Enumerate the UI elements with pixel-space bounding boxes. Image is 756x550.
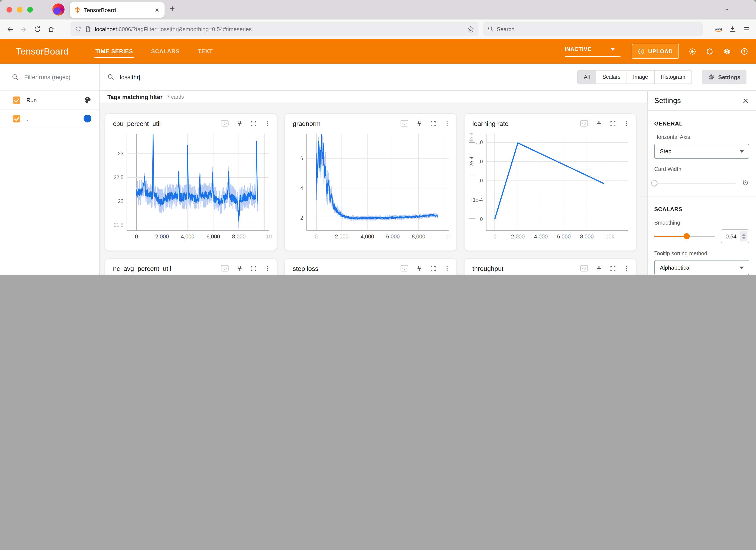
- search-icon: [107, 74, 114, 81]
- tab-text[interactable]: TEXT: [197, 45, 214, 58]
- tab-close-icon[interactable]: ✕: [154, 6, 160, 14]
- chevron-down-icon: [740, 267, 744, 269]
- window-controls[interactable]: [6, 7, 33, 13]
- page-info-icon[interactable]: [85, 26, 91, 32]
- card-grid: 02,0004,0006,0008,00010k21.52222.523 cpu…: [100, 103, 647, 275]
- run-status-label: INACTIVE: [565, 46, 591, 52]
- smoothing-value-input[interactable]: 0.54: [721, 229, 749, 243]
- filter-all-button[interactable]: All: [578, 71, 596, 84]
- app-body: Filter runs (regex) Run .: [0, 64, 756, 275]
- url-host: localhost: [95, 26, 117, 32]
- run-row-dot[interactable]: .: [0, 110, 99, 128]
- browser-actions: aea: [715, 22, 750, 36]
- run-checkbox[interactable]: [13, 96, 20, 104]
- tooltip-sorting-select[interactable]: Alphabetical: [654, 260, 749, 275]
- gear-icon[interactable]: [723, 47, 731, 55]
- firefox-icon[interactable]: [52, 3, 65, 16]
- fit-domain-icon[interactable]: [580, 120, 588, 127]
- fit-domain-icon[interactable]: [400, 120, 409, 127]
- section-scalars: SCALARS: [654, 206, 749, 213]
- fullscreen-icon[interactable]: [250, 265, 257, 272]
- help-icon[interactable]: ?: [740, 47, 748, 55]
- settings-button[interactable]: Settings: [702, 70, 746, 84]
- fullscreen-icon[interactable]: [610, 120, 616, 127]
- filter-image-button[interactable]: Image: [627, 71, 654, 84]
- more-menu-icon[interactable]: [444, 265, 450, 272]
- svg-text:4: 4: [300, 186, 303, 191]
- extension-badge-icon[interactable]: aea: [715, 26, 722, 32]
- tooltip-sorting-value: Alphabetical: [660, 265, 691, 271]
- pin-icon[interactable]: [596, 120, 602, 127]
- fullscreen-icon[interactable]: [430, 265, 436, 272]
- close-icon[interactable]: [742, 97, 749, 104]
- pin-icon[interactable]: [416, 265, 423, 272]
- fullscreen-icon[interactable]: [430, 120, 436, 127]
- close-window-button[interactable]: [6, 7, 12, 13]
- run-label: Run: [26, 97, 84, 103]
- tag-filter-input[interactable]: loss|thr|: [107, 74, 577, 81]
- pin-icon[interactable]: [236, 120, 243, 127]
- tab-list-chevron-icon[interactable]: ⌄: [724, 4, 729, 12]
- shield-icon[interactable]: [75, 26, 81, 32]
- chart-plot[interactable]: 02,0004,0006,0008,00010k21.52222.523: [105, 114, 272, 251]
- stepper-icon[interactable]: [740, 231, 747, 242]
- url-bar[interactable]: localhost:6006/?tagFilter=loss|thr|&smoo…: [71, 22, 478, 36]
- filter-scalars-button[interactable]: Scalars: [596, 71, 627, 84]
- svg-text:6,000: 6,000: [557, 234, 571, 240]
- chevron-down-icon: [740, 150, 744, 153]
- filter-histogram-button[interactable]: Histogram: [654, 71, 691, 84]
- chart-plot[interactable]: 02,0004,0006,0008,00010k01e-4...0...0...…: [465, 114, 636, 251]
- brightness-icon[interactable]: [688, 47, 696, 55]
- more-menu-icon[interactable]: [624, 265, 630, 272]
- fit-domain-icon[interactable]: [400, 265, 409, 272]
- upload-button[interactable]: UPLOAD: [632, 44, 679, 59]
- back-icon[interactable]: [6, 25, 14, 33]
- pin-icon[interactable]: [596, 265, 602, 272]
- search-bar[interactable]: Search: [483, 22, 703, 36]
- run-checkbox[interactable]: [13, 115, 20, 122]
- downloads-icon[interactable]: [729, 25, 736, 33]
- new-tab-button[interactable]: +: [170, 4, 175, 14]
- home-icon[interactable]: [47, 25, 55, 33]
- chart-plot[interactable]: 02,0004,0006,0008,00010k246: [285, 114, 452, 251]
- card-width-slider[interactable]: [654, 180, 736, 186]
- pin-icon[interactable]: [416, 120, 423, 127]
- reload-icon[interactable]: [34, 26, 41, 33]
- minimize-window-button[interactable]: [17, 7, 23, 13]
- run-color-dot[interactable]: [84, 115, 91, 123]
- reset-icon[interactable]: [742, 179, 749, 187]
- svg-text:6,000: 6,000: [386, 234, 400, 240]
- chart-title: step loss: [293, 265, 400, 272]
- browser-toolbar: localhost:6006/?tagFilter=loss|thr|&smoo…: [0, 19, 756, 39]
- more-menu-icon[interactable]: [444, 120, 450, 127]
- settings-panel: Settings GENERAL Horizontal Axis Step: [647, 91, 756, 275]
- run-row-header[interactable]: Run: [0, 91, 99, 110]
- fit-domain-icon[interactable]: [220, 120, 229, 127]
- more-menu-icon[interactable]: [624, 120, 630, 127]
- tab-scalars[interactable]: SCALARS: [150, 45, 180, 58]
- tensorboard-logo[interactable]: TensorBoard: [16, 46, 69, 57]
- bookmark-star-icon[interactable]: [467, 26, 474, 32]
- browser-tab[interactable]: TensorBoard ✕: [70, 2, 165, 18]
- tab-time-series[interactable]: TIME SERIES: [95, 45, 134, 58]
- zoom-window-button[interactable]: [27, 7, 33, 13]
- menu-hamburger-icon[interactable]: [743, 25, 750, 33]
- reload-status-select[interactable]: INACTIVE: [565, 46, 620, 57]
- horizontal-axis-select[interactable]: Step: [654, 144, 749, 159]
- run-filter-placeholder: Filter runs (regex): [24, 74, 70, 80]
- fit-domain-icon[interactable]: [220, 265, 229, 272]
- run-filter-input[interactable]: Filter runs (regex): [0, 64, 99, 91]
- fullscreen-icon[interactable]: [610, 265, 616, 272]
- chart-card: 02,0004,0006,0008,00010k21.52222.523 cpu…: [105, 113, 277, 251]
- smoothing-slider[interactable]: [654, 233, 715, 239]
- forward-icon[interactable]: [20, 25, 28, 33]
- refresh-icon[interactable]: [706, 47, 714, 55]
- more-menu-icon[interactable]: [264, 120, 271, 127]
- fit-domain-icon[interactable]: [580, 265, 588, 272]
- pin-icon[interactable]: [236, 265, 243, 272]
- more-menu-icon[interactable]: [264, 265, 271, 272]
- svg-text:4,000: 4,000: [534, 234, 548, 240]
- fullscreen-icon[interactable]: [250, 120, 257, 127]
- svg-text:4e-4: 4e-4: [469, 133, 474, 143]
- palette-icon[interactable]: [84, 96, 91, 104]
